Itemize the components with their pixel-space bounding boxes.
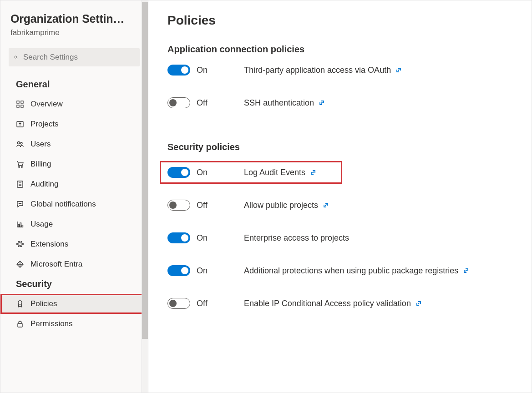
sidebar-item-extensions[interactable]: Extensions (0, 234, 148, 254)
lock-icon (16, 320, 24, 328)
svg-rect-21 (20, 223, 21, 227)
svg-point-23 (18, 301, 22, 304)
svg-point-15 (19, 203, 19, 204)
policy-toggle[interactable] (167, 167, 190, 178)
grid-icon (16, 100, 24, 108)
policy-description: Additional protections when using public… (244, 266, 469, 276)
search-settings-box[interactable] (9, 48, 140, 66)
list-icon (16, 180, 24, 188)
puzzle-icon (16, 240, 24, 248)
policy-toggle[interactable] (167, 265, 190, 276)
policy-row: OnThird-party application access via OAu… (167, 65, 512, 76)
policy-row: OnAdditional protections when using publ… (167, 265, 512, 276)
policy-toggle-wrap: On (167, 65, 244, 76)
policy-toggle-state: On (197, 266, 208, 276)
sidebar-item-policies[interactable]: Policies (0, 294, 148, 314)
sidebar-item-usage[interactable]: Usage (0, 214, 148, 234)
upload-icon (16, 120, 24, 128)
svg-point-7 (18, 142, 20, 144)
sidebar-item-permissions[interactable]: Permissions (0, 314, 148, 334)
sidebar-header: Organization Settin… fabrikamprime (0, 0, 148, 42)
scrollbar-up-arrow[interactable]: ▲ (142, 0, 148, 0)
policy-description-text: Enable IP Conditional Access policy vali… (244, 299, 411, 308)
policy-description: Enable IP Conditional Access policy vali… (244, 299, 422, 308)
sidebar-item-label: Extensions (30, 240, 68, 249)
policy-toggle-state: Off (197, 98, 208, 108)
policy-description-text: Log Audit Events (244, 168, 305, 177)
main-content: Policies Application connection policies… (148, 0, 532, 393)
svg-rect-5 (21, 105, 23, 107)
sidebar-item-label: Overview (30, 100, 63, 109)
app-root: Organization Settin… fabrikamprime Gener… (0, 0, 532, 393)
svg-rect-3 (21, 101, 23, 103)
sidebar-item-projects[interactable]: Projects (0, 114, 148, 134)
policy-description-text: Allow public projects (244, 201, 318, 210)
policy-toggle[interactable] (167, 298, 190, 309)
search-icon (14, 53, 22, 61)
svg-point-8 (20, 142, 22, 144)
sidebar-item-users[interactable]: Users (0, 134, 148, 154)
policy-toggle-wrap: Off (167, 200, 244, 211)
chat-icon (16, 200, 24, 208)
sidebar-scroll[interactable]: Organization Settin… fabrikamprime Gener… (0, 0, 148, 393)
svg-rect-20 (18, 224, 20, 227)
sidebar-item-auditing[interactable]: Auditing (0, 174, 148, 194)
sidebar-item-billing[interactable]: Billing (0, 154, 148, 174)
policy-description: Third-party application access via OAuth (244, 66, 402, 75)
policy-description: SSH authentication (244, 98, 325, 108)
sidebar-item-label: Global notifications (30, 200, 96, 209)
policy-description-text: Additional protections when using public… (244, 266, 458, 276)
policy-toggle-wrap: On (167, 167, 244, 178)
link-icon[interactable] (323, 202, 329, 208)
policy-group-title: Application connection policies (167, 44, 512, 55)
section-label-general: General (0, 75, 148, 94)
policy-toggle[interactable] (167, 232, 190, 243)
sidebar-subtitle: fabrikamprime (10, 28, 138, 37)
policy-description-text: SSH authentication (244, 98, 314, 108)
policy-toggle-wrap: Off (167, 97, 244, 108)
section-label-security: Security (0, 274, 148, 294)
policy-toggle-state: Off (197, 299, 208, 308)
policy-group-title: Security policies (167, 142, 512, 152)
policy-toggle-state: On (197, 233, 208, 243)
sidebar-title: Organization Settin… (10, 12, 138, 25)
sidebar-item-label: Users (30, 140, 51, 149)
link-icon[interactable] (415, 300, 422, 307)
sidebar-item-label: Projects (30, 120, 58, 129)
policy-description: Enterprise access to projects (244, 233, 349, 243)
sidebar-item-label: Policies (30, 299, 57, 308)
policy-description: Log Audit Events (244, 168, 316, 177)
policy-toggle-state: On (197, 168, 208, 177)
policy-row: OffSSH authentication (167, 97, 512, 108)
link-icon[interactable] (319, 100, 325, 106)
policy-row: OffAllow public projects (167, 200, 512, 211)
policy-row: OffEnable IP Conditional Access policy v… (167, 298, 512, 309)
link-icon[interactable] (310, 169, 316, 176)
scrollbar-thumb[interactable] (142, 2, 148, 339)
svg-point-17 (20, 203, 21, 204)
sidebar-item-microsoft-entra[interactable]: Microsoft Entra (0, 254, 148, 274)
sidebar: Organization Settin… fabrikamprime Gener… (0, 0, 148, 393)
people-icon (16, 140, 24, 148)
policy-toggle-wrap: On (167, 265, 244, 276)
sidebar-scrollbar[interactable]: ▲ (142, 0, 148, 393)
svg-rect-24 (18, 323, 22, 327)
svg-line-1 (17, 58, 18, 59)
policy-toggle[interactable] (167, 97, 190, 108)
chart-icon (16, 220, 24, 228)
link-icon[interactable] (463, 267, 469, 274)
sidebar-item-label: Billing (30, 160, 51, 169)
link-icon[interactable] (395, 67, 402, 73)
sidebar-item-global-notifications[interactable]: Global notifications (0, 194, 148, 214)
sidebar-item-label: Auditing (30, 180, 58, 189)
sidebar-item-overview[interactable]: Overview (0, 94, 148, 114)
svg-point-10 (21, 166, 23, 168)
policy-row: OnEnterprise access to projects (167, 232, 512, 243)
badge-icon (16, 300, 24, 308)
svg-point-16 (20, 203, 20, 204)
svg-rect-22 (22, 225, 23, 227)
svg-rect-2 (17, 101, 19, 103)
policy-toggle[interactable] (167, 65, 190, 76)
policy-toggle[interactable] (167, 200, 190, 211)
search-settings-input[interactable] (22, 52, 134, 62)
